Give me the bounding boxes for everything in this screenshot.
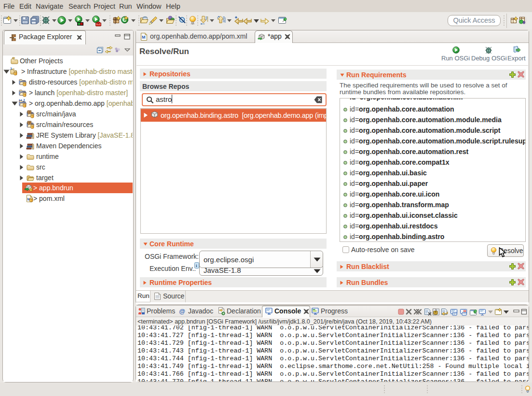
svg-text:M: M xyxy=(142,35,146,40)
svg-text:@: @ xyxy=(179,308,185,315)
